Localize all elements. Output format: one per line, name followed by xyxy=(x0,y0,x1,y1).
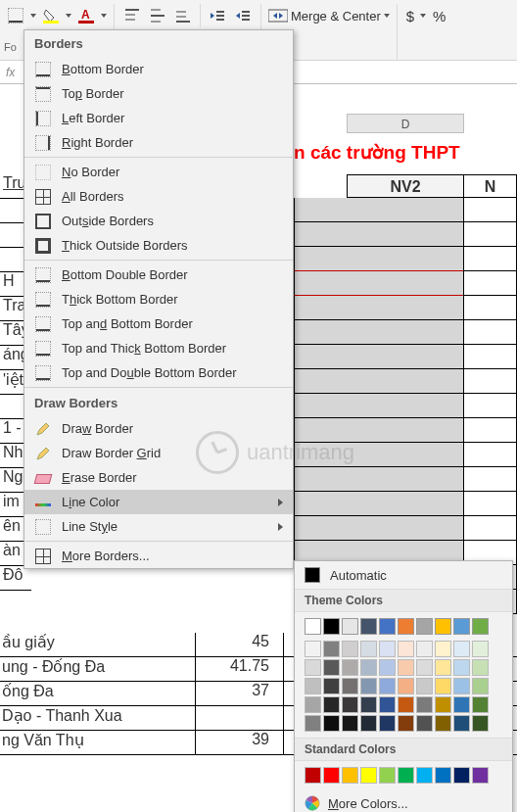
selected-cell[interactable] xyxy=(294,198,463,222)
color-swatch[interactable] xyxy=(472,618,489,635)
color-swatch[interactable] xyxy=(472,696,489,713)
selected-cell[interactable] xyxy=(294,296,463,320)
cell[interactable] xyxy=(464,492,517,516)
selected-cell[interactable] xyxy=(294,418,463,443)
align-bottom[interactable] xyxy=(171,4,195,27)
menu-item-thick-bottom-border[interactable]: Thick Bottom Border xyxy=(24,287,293,311)
menu-item-left-border[interactable]: Left Border xyxy=(24,106,293,130)
menu-item-right-border[interactable]: Right Border xyxy=(24,130,293,155)
color-swatch[interactable] xyxy=(323,678,340,694)
color-swatch[interactable] xyxy=(342,618,358,635)
color-swatch[interactable] xyxy=(453,715,470,732)
color-swatch[interactable] xyxy=(453,641,470,657)
color-swatch[interactable] xyxy=(416,641,433,657)
color-swatch[interactable] xyxy=(416,696,433,713)
borders-button[interactable] xyxy=(4,4,27,27)
color-swatch[interactable] xyxy=(453,618,470,635)
color-swatch[interactable] xyxy=(398,641,414,657)
color-swatch[interactable] xyxy=(360,767,377,784)
menu-item-bottom-border[interactable]: Bottom Border xyxy=(24,57,293,81)
cell[interactable] xyxy=(464,320,517,345)
selected-cell[interactable] xyxy=(294,271,463,296)
color-swatch[interactable] xyxy=(360,696,377,713)
color-swatch[interactable] xyxy=(416,715,433,732)
fill-color-dd[interactable] xyxy=(65,4,72,27)
color-swatch[interactable] xyxy=(379,696,396,713)
color-swatch[interactable] xyxy=(398,696,414,713)
color-swatch[interactable] xyxy=(435,659,451,676)
color-swatch[interactable] xyxy=(435,678,451,694)
menu-item-bottom-double-border[interactable]: Bottom Double Border xyxy=(24,263,293,287)
cell[interactable] xyxy=(464,394,517,418)
color-swatch[interactable] xyxy=(379,767,396,784)
cell[interactable] xyxy=(464,198,517,222)
cell[interactable] xyxy=(464,418,517,443)
fill-color-button[interactable] xyxy=(39,4,63,27)
color-swatch[interactable] xyxy=(305,767,321,784)
selected-cell[interactable] xyxy=(294,369,463,394)
color-swatch[interactable] xyxy=(323,696,340,713)
cell[interactable] xyxy=(464,443,517,467)
color-swatch[interactable] xyxy=(323,618,340,635)
color-swatch[interactable] xyxy=(305,618,321,635)
color-swatch[interactable] xyxy=(379,641,396,657)
font-color-button[interactable]: A xyxy=(74,4,98,27)
selected-cell[interactable] xyxy=(294,467,463,492)
menu-item-no-border[interactable]: No Border xyxy=(24,160,293,184)
increase-indent[interactable] xyxy=(231,4,255,27)
cell[interactable] xyxy=(464,345,517,369)
cell[interactable] xyxy=(464,247,517,271)
color-swatch[interactable] xyxy=(360,715,377,732)
menu-item-line-style[interactable]: Line Style xyxy=(24,514,293,539)
selected-cell[interactable] xyxy=(294,222,463,247)
color-swatch[interactable] xyxy=(416,618,433,635)
selected-column[interactable] xyxy=(294,198,464,614)
color-swatch[interactable] xyxy=(360,659,377,676)
color-swatch[interactable] xyxy=(305,678,321,694)
color-swatch[interactable] xyxy=(323,767,340,784)
color-swatch[interactable] xyxy=(379,659,396,676)
color-swatch[interactable] xyxy=(453,696,470,713)
cell[interactable] xyxy=(464,271,517,296)
percent-button[interactable]: % xyxy=(429,8,449,24)
align-top[interactable] xyxy=(120,4,144,27)
borders-dd[interactable] xyxy=(29,4,37,27)
font-color-dd[interactable] xyxy=(100,4,108,27)
color-swatch[interactable] xyxy=(435,767,451,784)
color-swatch[interactable] xyxy=(323,659,340,676)
color-swatch[interactable] xyxy=(398,618,414,635)
selected-cell[interactable] xyxy=(294,345,463,369)
color-swatch[interactable] xyxy=(360,678,377,694)
decrease-indent[interactable] xyxy=(206,4,229,27)
color-swatch[interactable] xyxy=(360,641,377,657)
color-swatch[interactable] xyxy=(342,767,358,784)
color-swatch[interactable] xyxy=(472,678,489,694)
adjacent-column[interactable] xyxy=(464,198,517,614)
cell[interactable] xyxy=(464,222,517,247)
color-swatch[interactable] xyxy=(398,715,414,732)
color-swatch[interactable] xyxy=(472,715,489,732)
align-middle[interactable] xyxy=(146,4,169,27)
selected-cell[interactable] xyxy=(294,320,463,345)
menu-item-line-color[interactable]: Line Color xyxy=(24,490,293,514)
color-swatch[interactable] xyxy=(453,767,470,784)
color-swatch[interactable] xyxy=(379,678,396,694)
more-colors[interactable]: More Colors... xyxy=(295,789,512,812)
automatic-color[interactable]: Automatic xyxy=(295,561,512,589)
selected-cell[interactable] xyxy=(294,247,463,271)
cell[interactable] xyxy=(464,296,517,320)
color-swatch[interactable] xyxy=(453,659,470,676)
color-swatch[interactable] xyxy=(305,641,321,657)
color-swatch[interactable] xyxy=(323,715,340,732)
menu-item-more-borders-[interactable]: More Borders... xyxy=(24,544,293,568)
merge-dd[interactable] xyxy=(383,4,391,27)
selected-cell[interactable] xyxy=(294,394,463,418)
currency-dd[interactable] xyxy=(419,4,427,27)
menu-item-thick-outside-borders[interactable]: Thick Outside Borders xyxy=(24,233,293,258)
color-swatch[interactable] xyxy=(416,659,433,676)
color-swatch[interactable] xyxy=(379,618,396,635)
merge-icon[interactable] xyxy=(267,4,289,27)
menu-item-all-borders[interactable]: All Borders xyxy=(24,184,293,209)
color-swatch[interactable] xyxy=(472,767,489,784)
color-swatch[interactable] xyxy=(435,618,451,635)
